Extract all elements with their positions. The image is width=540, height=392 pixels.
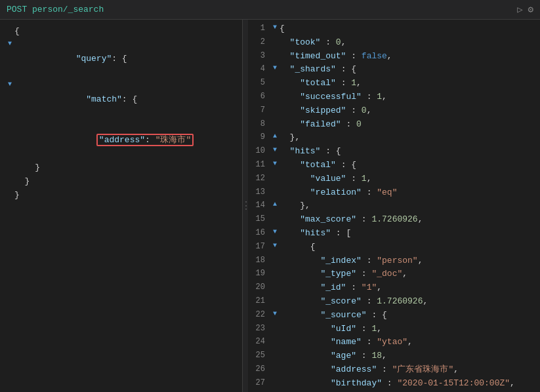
code-content: "hits" : { — [280, 145, 537, 159]
code-content: "_score" : 1.7260926, — [280, 295, 537, 309]
top-bar: POST person/_search ▷ ⚙ — [0, 0, 540, 20]
code-line: 17▼ { — [248, 241, 540, 254]
line-number: 6 — [251, 90, 270, 103]
fold-icon[interactable]: ▼ — [270, 145, 280, 155]
code-content: "address" : "广东省珠海市", — [280, 363, 537, 377]
main-content: { ▼ "query": { ▼ "match": { — [0, 20, 540, 392]
line-number: 13 — [251, 186, 270, 199]
line-number: 7 — [251, 104, 270, 117]
code-line: 20 "_id" : "1", — [248, 281, 540, 295]
left-panel: { ▼ "query": { ▼ "match": { — [0, 20, 243, 392]
code-content: "age" : 18, — [280, 349, 537, 363]
code-line: 14▲ }, — [248, 199, 540, 213]
code-content: } — [14, 175, 237, 189]
code-line: 2 "took" : 0, — [248, 36, 540, 50]
code-line: "address": "珠海市" — [3, 121, 239, 161]
code-content: "total" : 1, — [280, 77, 537, 90]
line-number: 26 — [251, 363, 270, 376]
code-line: 4▼ "_shards" : { — [248, 63, 540, 77]
code-line: } — [3, 189, 239, 203]
code-line: 12 "value" : 1, — [248, 172, 540, 186]
code-content: "birthday" : "2020-01-15T12:00:00Z", — [280, 377, 537, 391]
code-line: 27 "birthday" : "2020-01-15T12:00:00Z", — [248, 377, 540, 391]
line-number: 17 — [251, 241, 270, 253]
fold-icon[interactable]: ▼ — [270, 309, 280, 319]
line-number: 5 — [251, 77, 270, 89]
code-line: 3 "timed_out" : false, — [248, 50, 540, 64]
code-line: 10▼ "hits" : { — [248, 145, 540, 159]
line-number: 20 — [251, 281, 270, 294]
fold-icon[interactable]: ▼ — [270, 159, 280, 169]
code-content: "_index" : "person", — [280, 254, 537, 268]
fold-icon[interactable]: ▼ — [5, 39, 14, 49]
fold-icon[interactable]: ▼ — [270, 227, 280, 237]
code-content: { — [280, 22, 537, 36]
line-number: 9 — [251, 131, 270, 144]
code-line: 13 "relation" : "eq" — [248, 186, 540, 200]
fold-icon[interactable]: ▼ — [270, 63, 280, 73]
line-number: 8 — [251, 118, 270, 130]
code-content: } — [14, 161, 237, 175]
code-content: "name" : "ytao", — [280, 336, 537, 349]
line-number: 15 — [251, 213, 270, 225]
code-line: 11▼ "total" : { — [248, 159, 540, 172]
line-number: 10 — [251, 145, 270, 157]
code-content: "took" : 0, — [280, 36, 537, 50]
code-line: ▼ "query": { — [3, 39, 239, 79]
left-code-block: { ▼ "query": { ▼ "match": { — [3, 25, 239, 202]
line-number: 21 — [251, 295, 270, 307]
line-number: 14 — [251, 199, 270, 212]
line-number: 4 — [251, 63, 270, 75]
code-content: } — [14, 189, 237, 203]
code-line: 7 "skipped" : 0, — [248, 104, 540, 118]
code-content: "hits" : [ — [280, 227, 537, 241]
settings-icon[interactable]: ⚙ — [528, 4, 533, 15]
fold-icon[interactable]: ▲ — [270, 131, 280, 142]
code-line: 25 "age" : 18, — [248, 349, 540, 363]
code-line: 26 "address" : "广东省珠海市", — [248, 363, 540, 377]
code-line: 22▼ "_source" : { — [248, 309, 540, 323]
code-content: }, — [280, 199, 537, 213]
code-line: } — [3, 175, 239, 189]
run-icon[interactable]: ▷ — [517, 4, 522, 15]
panel-divider[interactable]: ⋮ — [243, 20, 248, 392]
line-number: 25 — [251, 349, 270, 362]
code-line: 19 "_type" : "_doc", — [248, 267, 540, 281]
line-number: 3 — [251, 50, 270, 62]
code-line: 21 "_score" : 1.7260926, — [248, 295, 540, 309]
code-line: 18 "_index" : "person", — [248, 254, 540, 268]
code-line: 1▼{ — [248, 22, 540, 36]
line-number: 12 — [251, 172, 270, 185]
line-number: 22 — [251, 309, 270, 321]
code-line: 15 "max_score" : 1.7260926, — [248, 213, 540, 227]
code-content: "timed_out" : false, — [280, 50, 537, 64]
right-panel: 1▼{2 "took" : 0,3 "timed_out" : false,4▼… — [248, 20, 540, 392]
fold-icon[interactable]: ▼ — [270, 22, 280, 33]
line-number: 23 — [251, 323, 270, 335]
code-content: "_type" : "_doc", — [280, 267, 537, 281]
action-buttons: ▷ ⚙ — [517, 4, 533, 15]
code-line: { — [3, 25, 239, 39]
code-content: }, — [280, 131, 537, 145]
code-content: "query": { — [14, 39, 237, 79]
code-content: "_source" : { — [280, 309, 537, 323]
code-line: 5 "total" : 1, — [248, 77, 540, 90]
code-content: "_id" : "1", — [280, 281, 537, 295]
code-line: 23 "uId" : 1, — [248, 323, 540, 336]
code-content: "address": "珠海市" — [14, 121, 237, 161]
fold-icon[interactable]: ▲ — [270, 199, 280, 210]
code-content: "value" : 1, — [280, 172, 537, 186]
code-content: "uId" : 1, — [280, 323, 537, 336]
code-line: 6 "successful" : 1, — [248, 90, 540, 104]
fold-icon[interactable]: ▼ — [5, 79, 14, 90]
code-content: "successful" : 1, — [280, 90, 537, 104]
line-number: 1 — [251, 22, 270, 35]
code-content: "_shards" : { — [280, 63, 537, 77]
request-title: POST person/_search — [7, 5, 104, 14]
code-content: { — [14, 25, 237, 39]
line-number: 24 — [251, 336, 270, 348]
line-number: 18 — [251, 254, 270, 267]
code-content: "match": { — [14, 79, 237, 120]
code-content: "relation" : "eq" — [280, 186, 537, 200]
fold-icon[interactable]: ▼ — [270, 241, 280, 251]
